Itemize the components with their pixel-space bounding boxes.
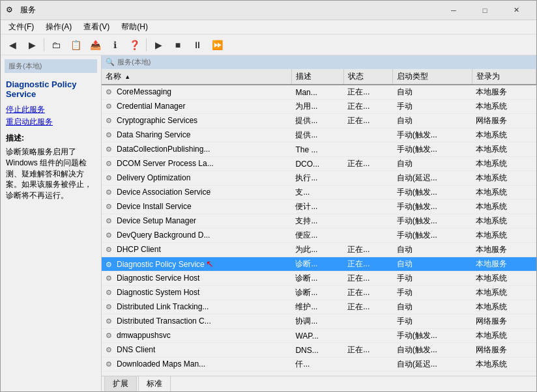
- table-row[interactable]: ⚙Distributed Link Tracking...维护...正在...自…: [102, 300, 536, 315]
- service-logon-cell: 本地系统: [472, 329, 536, 343]
- table-row[interactable]: ⚙Device Association Service支...手动(触发...本…: [102, 186, 536, 200]
- service-logon-cell: 本地系统: [472, 214, 536, 229]
- table-row[interactable]: ⚙Diagnostic Service Host诊断...正在...手动本地系统: [102, 272, 536, 286]
- col-logon[interactable]: 登录为: [472, 69, 536, 85]
- table-row[interactable]: ⚙dmwappushsvcWAP...手动(触发...本地系统: [102, 329, 536, 343]
- right-panel-header: 🔍 服务(本地): [102, 55, 536, 69]
- forward-button[interactable]: ▶: [23, 36, 41, 53]
- service-row-icon: ⚙: [106, 331, 115, 341]
- menu-view[interactable]: 查看(V): [78, 20, 115, 34]
- back-button[interactable]: ◀: [3, 36, 22, 53]
- service-logon-cell: 本地系统: [472, 143, 536, 157]
- table-row[interactable]: ⚙Downloaded Maps Man...仟...自动(延迟...本地系统: [102, 357, 536, 372]
- col-desc[interactable]: 描述: [291, 69, 343, 85]
- col-startup[interactable]: 启动类型: [393, 69, 472, 85]
- table-row[interactable]: ⚙DevQuery Background D...便应...手动(触发...本地…: [102, 229, 536, 243]
- search-icon: 🔍: [106, 58, 115, 66]
- table-row[interactable]: ⚙Diagnostic Policy Service↖诊断...正在...自动本…: [102, 257, 536, 272]
- service-status-cell: [343, 329, 392, 343]
- table-header-row: 名称 ▲ 描述 状态 启动类型 登录为: [102, 69, 536, 85]
- table-row[interactable]: ⚙DataCollectionPublishing...The ...手动(触发…: [102, 143, 536, 157]
- stop-button[interactable]: ■: [169, 36, 187, 53]
- service-desc-cell: 诊断...: [291, 286, 343, 300]
- service-status-cell: [343, 186, 392, 200]
- table-row[interactable]: ⚙DCOM Server Process La...DCO...正在...自动本…: [102, 157, 536, 171]
- service-desc-cell: Man...: [291, 85, 343, 100]
- service-name-text: Device Install Service: [117, 202, 192, 211]
- service-name-text: Diagnostic Policy Service: [117, 260, 205, 269]
- service-startup-cell: 自动: [393, 114, 472, 128]
- tab-extended[interactable]: 扩展: [104, 376, 137, 391]
- service-startup-cell: 自动(延迟...: [393, 357, 472, 372]
- service-name-text: Distributed Transaction C...: [117, 316, 211, 326]
- service-startup-cell: 手动: [393, 272, 472, 286]
- service-logon-cell: 本地系统: [472, 286, 536, 300]
- service-row-icon: ⚙: [106, 346, 115, 355]
- table-row[interactable]: ⚙Data Sharing Service提供...手动(触发...本地系统: [102, 128, 536, 143]
- service-name-cell: ⚙Device Association Service: [102, 186, 291, 200]
- table-row[interactable]: ⚙Distributed Transaction C...协调...手动网络服务: [102, 315, 536, 329]
- service-status-cell: 正在...: [343, 85, 392, 100]
- close-button[interactable]: ✕: [501, 1, 531, 20]
- service-name-cell: ⚙Credential Manager: [102, 100, 291, 114]
- service-name-cell: ⚙Diagnostic System Host: [102, 286, 291, 300]
- toolbar-sep-1: [44, 38, 44, 51]
- service-name-text: Delivery Optimization: [117, 173, 190, 182]
- service-startup-cell: 自动(触发...: [393, 343, 472, 357]
- help-icon-button[interactable]: ❓: [125, 36, 143, 53]
- service-desc-cell: 提供...: [291, 128, 343, 143]
- table-row[interactable]: ⚙Device Setup Manager支持...手动(触发...本地系统: [102, 214, 536, 229]
- properties-button[interactable]: ℹ: [106, 36, 124, 53]
- table-row[interactable]: ⚙Device Install Service便计...手动(触发...本地系统: [102, 200, 536, 214]
- service-status-cell: [343, 214, 392, 229]
- bottom-tabs: 扩展 标准: [102, 376, 536, 391]
- service-description: 诊断策略服务启用了 Windows 组件的问题检测、疑难解答和解决方案。如果该服…: [6, 147, 96, 201]
- service-desc-cell: 为此...: [291, 243, 343, 257]
- col-status[interactable]: 状态: [343, 69, 392, 85]
- service-row-icon: ⚙: [106, 217, 115, 226]
- restart-service-link[interactable]: 重启动此服务: [6, 117, 96, 128]
- table-row[interactable]: ⚙Delivery Optimization执行...自动(延迟...本地系统: [102, 171, 536, 186]
- menu-help[interactable]: 帮助(H): [116, 20, 153, 34]
- service-desc-cell: 诊断...: [291, 272, 343, 286]
- table-row[interactable]: ⚙Cryptographic Services提供...正在...自动网络服务: [102, 114, 536, 128]
- maximize-button[interactable]: □: [470, 1, 500, 20]
- service-status-cell: 正在...: [343, 243, 392, 257]
- stop-service-link[interactable]: 停止此服务: [6, 104, 96, 115]
- service-name-cell: ⚙DCOM Server Process La...: [102, 157, 291, 171]
- pause-button[interactable]: ⏸: [188, 36, 207, 53]
- service-row-icon: ⚙: [106, 203, 115, 212]
- service-row-icon: ⚙: [106, 245, 115, 255]
- play-button[interactable]: ▶: [149, 36, 167, 53]
- service-startup-cell: 手动: [393, 100, 472, 114]
- col-name[interactable]: 名称 ▲: [102, 69, 291, 85]
- service-name-text: DNS Client: [117, 345, 155, 354]
- service-row-icon: ⚙: [106, 160, 115, 169]
- service-name-text: Device Setup Manager: [117, 216, 196, 225]
- minimize-button[interactable]: ─: [439, 1, 469, 20]
- service-row-icon: ⚙: [106, 188, 115, 197]
- restart-button[interactable]: ⏩: [208, 36, 226, 53]
- service-startup-cell: 手动(触发...: [393, 143, 472, 157]
- service-startup-cell: 手动(触发...: [393, 186, 472, 200]
- table-row[interactable]: ⚙Credential Manager为用...正在...手动本地系统: [102, 100, 536, 114]
- menu-file[interactable]: 文件(F): [3, 20, 39, 34]
- service-status-cell: [343, 357, 392, 372]
- tab-standard[interactable]: 标准: [138, 376, 171, 391]
- export-button[interactable]: 📤: [86, 36, 104, 53]
- service-name-cell: ⚙Downloaded Maps Man...: [102, 357, 291, 372]
- table-row[interactable]: ⚙DHCP Client为此...正在...自动本地服务: [102, 243, 536, 257]
- services-table[interactable]: 名称 ▲ 描述 状态 启动类型 登录为 ⚙CoreMessagingMan...…: [102, 69, 536, 376]
- service-startup-cell: 自动: [393, 257, 472, 272]
- table-row[interactable]: ⚙DNS ClientDNS...正在...自动(触发...网络服务: [102, 343, 536, 357]
- table-row[interactable]: ⚙Diagnostic System Host诊断...正在...手动本地系统: [102, 286, 536, 300]
- title-bar: ⚙ 服务 ─ □ ✕: [1, 1, 536, 20]
- up-button[interactable]: 🗀: [47, 36, 65, 53]
- table-row[interactable]: ⚙CoreMessagingMan...正在...自动本地服务: [102, 85, 536, 100]
- service-desc-cell: 支...: [291, 186, 343, 200]
- service-name-cell: ⚙DataCollectionPublishing...: [102, 143, 291, 157]
- service-row-icon: ⚙: [106, 260, 115, 270]
- menu-action[interactable]: 操作(A): [40, 20, 77, 34]
- show-hide-button[interactable]: 📋: [66, 36, 85, 53]
- service-startup-cell: 自动: [393, 300, 472, 315]
